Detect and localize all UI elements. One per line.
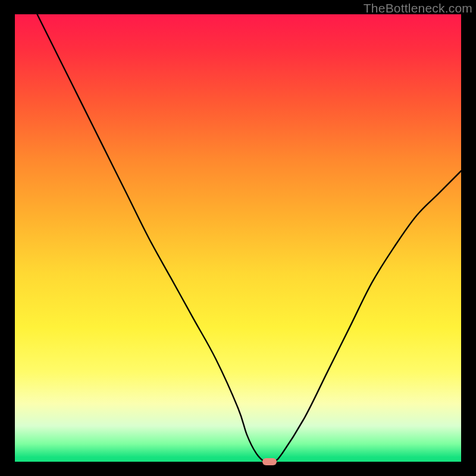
chart-frame: TheBottleneck.com xyxy=(0,0,476,476)
watermark-text: TheBottleneck.com xyxy=(364,1,472,15)
bottleneck-marker xyxy=(262,458,277,465)
bottleneck-curve xyxy=(37,14,462,462)
plot-area xyxy=(15,14,461,462)
chart-svg xyxy=(15,14,461,462)
